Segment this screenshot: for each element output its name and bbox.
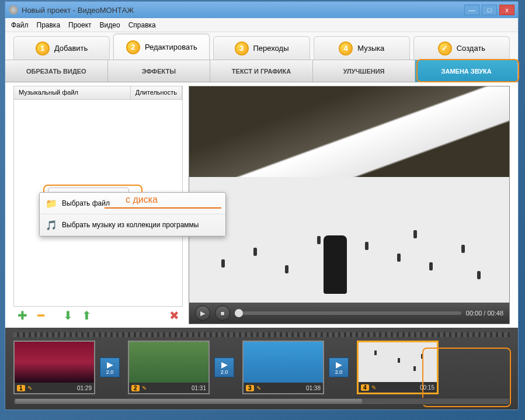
- clip[interactable]: 2 ✎ 01:31: [128, 341, 210, 394]
- step-label: Редактировать: [145, 43, 197, 51]
- step-tabs: 1 Добавить 2 Редактировать 3 Переходы 4 …: [5, 32, 518, 60]
- preview-video: [189, 86, 509, 303]
- step-add[interactable]: 1 Добавить: [13, 36, 110, 60]
- stop-button[interactable]: ■: [215, 306, 230, 321]
- step-number-icon: 2: [126, 40, 140, 54]
- subtab-text[interactable]: ТЕКСТ И ГРАФИКА: [210, 60, 313, 82]
- step-number-icon: 1: [36, 41, 50, 55]
- timeline: 1 ✎ 01:29 ▶ 2.0 2 ✎ 01:31: [5, 328, 518, 409]
- menu-item-label: Выбрать файл: [62, 199, 110, 207]
- clip[interactable]: 1 ✎ 01:29: [13, 341, 95, 394]
- maximize-button[interactable]: □: [482, 5, 497, 15]
- clip-number: 1: [17, 385, 25, 391]
- transition-icon: ▶: [107, 360, 113, 369]
- arrow-down-icon[interactable]: ⬇: [61, 309, 74, 322]
- pencil-icon[interactable]: ✎: [371, 384, 376, 391]
- menu-help[interactable]: Справка: [128, 21, 156, 29]
- music-icon: 🎵: [46, 219, 57, 231]
- annotation-text: с диска: [126, 195, 158, 205]
- close-button[interactable]: x: [499, 5, 514, 15]
- pencil-icon[interactable]: ✎: [256, 385, 261, 391]
- transition-button[interactable]: ▶ 2.0: [100, 357, 120, 377]
- arrow-up-icon[interactable]: ⬆: [80, 309, 93, 322]
- timecode: 00:00 / 00:48: [466, 310, 503, 317]
- playbar: ▶ ■ 00:00 / 00:48: [189, 303, 509, 324]
- audio-table-header: Музыкальный файл Длительность: [13, 86, 183, 100]
- menu-video[interactable]: Видео: [100, 21, 120, 29]
- transition-button[interactable]: ▶ 2.0: [329, 357, 349, 377]
- pencil-icon[interactable]: ✎: [142, 385, 147, 391]
- check-icon: ✓: [438, 41, 452, 55]
- window-title: Новый проект - ВидеоМОНТАЖ: [22, 6, 134, 15]
- clip-duration: 00:15: [420, 384, 434, 391]
- transition-duration: 2.0: [221, 369, 228, 375]
- step-label: Добавить: [54, 44, 88, 53]
- menu-file[interactable]: Файл: [11, 21, 29, 29]
- seek-thumb[interactable]: [235, 309, 243, 317]
- audio-controls: ✚ ━ ⬇ ⬆ ✖: [13, 307, 183, 324]
- person-silhouette: [324, 235, 347, 294]
- clip-thumbnail: [15, 342, 94, 383]
- titlebar: Новый проект - ВидеоМОНТАЖ — □ x: [5, 2, 518, 18]
- add-icon[interactable]: ✚: [16, 309, 29, 322]
- step-label: Музыка: [357, 44, 384, 53]
- step-number-icon: 3: [235, 41, 249, 55]
- annotation-line: [105, 207, 221, 209]
- menubar: Файл Правка Проект Видео Справка: [5, 18, 518, 32]
- pencil-icon[interactable]: ✎: [27, 385, 32, 391]
- folder-icon: 📁: [46, 197, 57, 209]
- minimize-button[interactable]: —: [464, 5, 479, 15]
- menu-project[interactable]: Проект: [68, 21, 92, 29]
- clip-thumbnail: [244, 342, 323, 383]
- remove-icon[interactable]: ━: [34, 309, 47, 322]
- filmstrip-decoration: [13, 332, 510, 337]
- clip-duration: 01:38: [306, 385, 321, 391]
- transition-duration: 2.0: [335, 369, 343, 375]
- clip-number: 3: [246, 385, 254, 391]
- step-transitions[interactable]: 3 Переходы: [213, 36, 310, 60]
- subtabs: ОБРЕЗАТЬ ВИДЕО ЭФФЕКТЫ ТЕКСТ И ГРАФИКА У…: [5, 60, 518, 82]
- transition-button[interactable]: ▶ 2.0: [214, 357, 234, 377]
- step-label: Переходы: [253, 44, 289, 53]
- clip[interactable]: 3 ✎ 01:38: [242, 341, 324, 394]
- play-button[interactable]: ▶: [195, 306, 210, 321]
- clip-thumbnail: [129, 342, 208, 383]
- col-file: Музыкальный файл: [14, 86, 131, 99]
- menu-item-choose-collection[interactable]: 🎵 Выбрать музыку из коллекции программы: [40, 214, 225, 236]
- preview-panel: ▶ ■ 00:00 / 00:48: [189, 86, 510, 324]
- app-icon: [9, 5, 18, 15]
- subtab-audio-replace[interactable]: ЗАМЕНА ЗВУКА: [415, 60, 518, 82]
- transition-duration: 2.0: [106, 369, 114, 375]
- timeline-scrollbar[interactable]: [13, 398, 510, 405]
- step-label: Создать: [457, 44, 485, 53]
- step-edit[interactable]: 2 Редактировать: [113, 34, 210, 60]
- step-music[interactable]: 4 Музыка: [314, 36, 410, 60]
- delete-icon[interactable]: ✖: [168, 309, 180, 322]
- menu-edit[interactable]: Правка: [37, 21, 61, 29]
- transition-icon: ▶: [336, 360, 342, 369]
- clip-duration: 01:31: [192, 385, 206, 391]
- seek-slider[interactable]: [235, 311, 461, 315]
- subtab-enhance[interactable]: УЛУЧШЕНИЯ: [313, 60, 416, 82]
- col-duration: Длительность: [131, 86, 182, 99]
- clip-number: 4: [361, 384, 369, 391]
- subtab-effects[interactable]: ЭФФЕКТЫ: [108, 60, 211, 82]
- menu-item-label: Выбрать музыку из коллекции программы: [62, 221, 199, 229]
- clip-number: 2: [131, 385, 140, 391]
- clip-thumbnail: [359, 342, 437, 382]
- step-create[interactable]: ✓ Создать: [413, 36, 510, 60]
- scrollbar-thumb[interactable]: [15, 399, 362, 404]
- subtab-trim[interactable]: ОБРЕЗАТЬ ВИДЕО: [5, 60, 108, 82]
- clip-duration: 01:29: [77, 385, 92, 391]
- clip[interactable]: 4 ✎ 00:15: [357, 341, 439, 394]
- step-number-icon: 4: [339, 41, 353, 55]
- transition-icon: ▶: [221, 360, 228, 369]
